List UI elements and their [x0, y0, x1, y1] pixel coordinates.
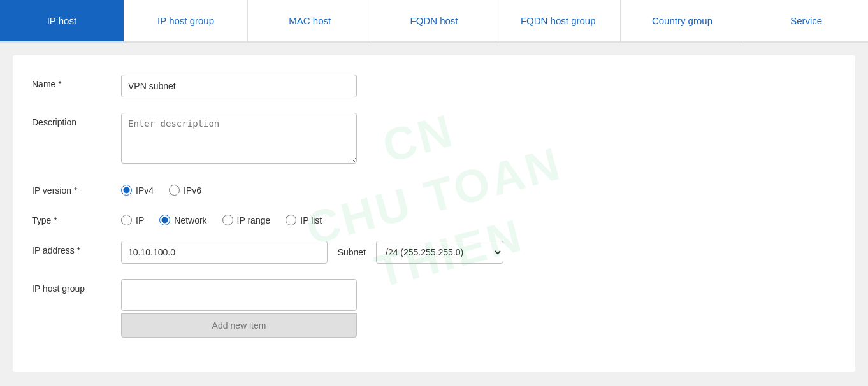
ip-version-radio-group: IPv4 IPv6: [121, 181, 503, 196]
description-label: Description: [32, 113, 121, 127]
type-ip-label: IP: [136, 215, 144, 225]
ip-host-group-label: IP host group: [32, 279, 121, 294]
add-new-item-button[interactable]: Add new item: [121, 313, 357, 338]
ipv4-label: IPv4: [136, 185, 154, 196]
ip-address-label: IP address *: [32, 241, 121, 255]
description-textarea[interactable]: [121, 113, 357, 164]
ip-version-label: IP version *: [32, 181, 121, 196]
content-area: CNCHU TOANTHIEN Name * Description IP ve…: [0, 43, 868, 385]
tab-fqdn-host[interactable]: FQDN host: [372, 0, 496, 41]
form-card: CNCHU TOANTHIEN Name * Description IP ve…: [13, 55, 855, 372]
type-network-radio-item[interactable]: Network: [159, 215, 206, 225]
ip-address-row: IP address * Subnet /24 (255.255.255.0) …: [32, 241, 836, 264]
ip-host-group-control-wrap: Add new item: [121, 279, 503, 338]
name-control-wrap: [121, 75, 503, 97]
type-control-wrap: IP Network IP range IP list: [121, 211, 503, 225]
ipv6-label: IPv6: [184, 185, 201, 196]
ipv6-radio[interactable]: [169, 185, 180, 196]
ip-group-box: [121, 279, 357, 311]
tab-ip-host-group[interactable]: IP host group: [124, 0, 249, 41]
name-row: Name *: [32, 75, 836, 97]
tab-bar: IP host IP host group MAC host FQDN host…: [0, 0, 868, 43]
type-iprange-radio[interactable]: [222, 215, 233, 225]
type-iplist-radio[interactable]: [286, 215, 296, 225]
tab-mac-host[interactable]: MAC host: [248, 0, 372, 41]
type-network-label: Network: [174, 215, 206, 225]
add-new-item-label: Add new item: [212, 320, 266, 331]
ip-address-control-wrap: Subnet /24 (255.255.255.0) /8 (255.0.0.0…: [121, 241, 503, 264]
name-input[interactable]: [121, 75, 357, 97]
subnet-label: Subnet: [338, 247, 366, 257]
description-row: Description: [32, 113, 836, 166]
ipv6-radio-item[interactable]: IPv6: [169, 185, 201, 196]
type-iprange-radio-item[interactable]: IP range: [222, 215, 271, 225]
type-radio-group: IP Network IP range IP list: [121, 211, 503, 225]
type-ip-radio[interactable]: [121, 215, 132, 225]
tab-ip-host[interactable]: IP host: [0, 0, 124, 41]
type-label: Type *: [32, 211, 121, 225]
type-ip-radio-item[interactable]: IP: [121, 215, 144, 225]
ipv4-radio[interactable]: [121, 185, 132, 196]
name-label: Name *: [32, 75, 121, 89]
tab-fqdn-host-group[interactable]: FQDN host group: [496, 0, 621, 41]
type-row: Type * IP Network IP range: [32, 211, 836, 225]
ipv4-radio-item[interactable]: IPv4: [121, 185, 154, 196]
type-iplist-radio-item[interactable]: IP list: [286, 215, 322, 225]
type-network-radio[interactable]: [159, 215, 170, 225]
ip-address-input[interactable]: [121, 241, 328, 264]
ip-address-wrap: Subnet /24 (255.255.255.0) /8 (255.0.0.0…: [121, 241, 503, 264]
tab-country-group[interactable]: Country group: [621, 0, 745, 41]
description-control-wrap: [121, 113, 503, 166]
type-iplist-label: IP list: [300, 215, 322, 225]
type-iprange-label: IP range: [237, 215, 271, 225]
subnet-select[interactable]: /24 (255.255.255.0) /8 (255.0.0.0) /16 (…: [376, 241, 503, 264]
ip-version-control-wrap: IPv4 IPv6: [121, 181, 503, 196]
ip-host-group-row: IP host group Add new item: [32, 279, 836, 338]
tab-service[interactable]: Service: [744, 0, 868, 41]
ip-version-row: IP version * IPv4 IPv6: [32, 181, 836, 196]
